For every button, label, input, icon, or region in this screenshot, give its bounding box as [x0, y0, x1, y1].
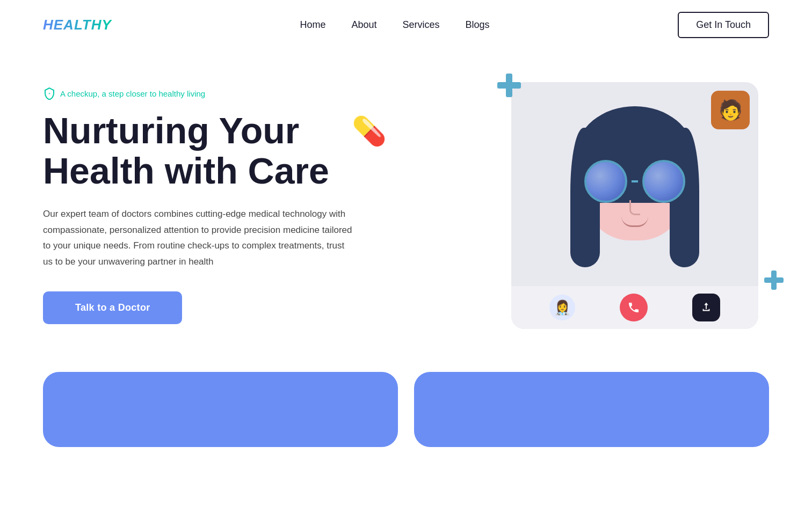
hero-title-line1: Nurturing Your	[43, 110, 299, 151]
video-call-card: 🧑	[511, 82, 758, 329]
nav-about[interactable]: About	[352, 19, 377, 30]
bottom-cards	[0, 372, 812, 447]
tagline-text: A checkup, a step closer to healthy livi…	[60, 89, 205, 98]
hero-right: 🧑	[511, 82, 769, 329]
svg-text:+: +	[48, 91, 51, 96]
glasses-bridge	[632, 180, 638, 182]
navbar: HEALTHY Home About Services Blogs Get In…	[0, 0, 812, 50]
plus-top-left-icon	[495, 71, 523, 105]
nav-blogs[interactable]: Blogs	[466, 19, 490, 30]
left-lens	[584, 160, 627, 203]
video-control-bar: 👩‍⚕️	[511, 286, 758, 329]
hero-tagline: + A checkup, a step closer to healthy li…	[43, 87, 354, 100]
hero-section: + A checkup, a step closer to healthy li…	[0, 50, 812, 350]
svg-rect-2	[497, 82, 521, 89]
pip-person-icon: 🧑	[719, 99, 743, 121]
hero-left: + A checkup, a step closer to healthy li…	[43, 87, 354, 324]
nose	[629, 200, 640, 215]
logo: HEALTHY	[43, 17, 112, 33]
video-main-area: 🧑	[511, 82, 758, 286]
hero-description: Our expert team of doctors combines cutt…	[43, 206, 354, 270]
talk-to-doctor-button[interactable]: Talk to a Doctor	[43, 291, 182, 324]
svg-rect-4	[764, 277, 784, 283]
end-call-button[interactable]	[620, 294, 648, 321]
right-lens	[642, 160, 685, 203]
doctor-avatar: 👩‍⚕️	[549, 295, 575, 320]
hero-title-line2: Health with Care	[43, 150, 329, 191]
pill-emoji: 💊	[352, 116, 387, 147]
hero-title: Nurturing Your Health with Care 💊	[43, 111, 354, 191]
doctor-icon: 👩‍⚕️	[554, 299, 571, 316]
shield-icon: +	[43, 87, 56, 100]
bottom-card-left	[43, 372, 398, 447]
pip-video: 🧑	[711, 91, 750, 129]
nav-links: Home About Services Blogs	[300, 19, 490, 31]
nav-home[interactable]: Home	[300, 19, 326, 30]
bottom-card-right	[414, 372, 769, 447]
nav-services[interactable]: Services	[403, 19, 440, 30]
character-face	[560, 106, 710, 278]
glasses	[584, 160, 685, 203]
get-in-touch-button[interactable]: Get In Touch	[678, 12, 769, 38]
plus-bottom-right-icon	[763, 269, 785, 297]
share-button[interactable]	[692, 294, 720, 321]
